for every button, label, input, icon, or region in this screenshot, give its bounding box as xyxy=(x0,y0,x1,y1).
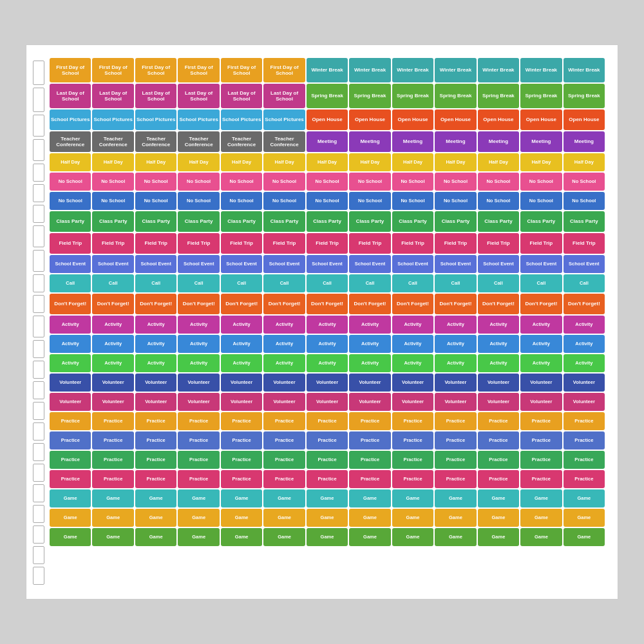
checkbox-14[interactable] xyxy=(33,381,44,399)
sticker-1-7: Spring Break xyxy=(349,84,390,108)
sticker-5-1: No School xyxy=(92,173,133,191)
sticker-12-11: Activity xyxy=(520,316,562,334)
sticker-18-4: Practice xyxy=(221,431,262,450)
sticker-22-7: Game xyxy=(349,509,390,527)
sticker-row-7: Class PartyClass PartyClass PartyClass P… xyxy=(50,211,605,232)
sticker-16-10: Volunteer xyxy=(478,393,519,411)
checkbox-18[interactable] xyxy=(33,464,44,482)
checkbox-2[interactable] xyxy=(33,115,44,137)
sticker-4-7: Half Day xyxy=(349,153,390,171)
sticker-17-12: Practice xyxy=(564,412,605,430)
sticker-0-7: Winter Break xyxy=(349,58,390,82)
sticker-22-8: Game xyxy=(392,509,433,527)
checkbox-12[interactable] xyxy=(33,340,44,358)
sticker-row-18: PracticePracticePracticePracticePractice… xyxy=(50,431,605,450)
sticker-8-0: Field Trip xyxy=(50,233,91,254)
sticker-6-0: No School xyxy=(50,192,91,210)
sticker-19-4: Practice xyxy=(221,451,262,469)
sticker-4-0: Half Day xyxy=(50,153,91,171)
checkbox-11[interactable] xyxy=(33,316,44,337)
sticker-14-12: Activity xyxy=(564,354,605,372)
sticker-17-8: Practice xyxy=(392,412,433,430)
sticker-21-11: Game xyxy=(520,489,562,507)
checkbox-21[interactable] xyxy=(33,526,44,544)
sticker-4-9: Half Day xyxy=(435,153,476,171)
sticker-0-11: Winter Break xyxy=(520,58,562,82)
checkbox-4[interactable] xyxy=(33,164,44,182)
sticker-19-11: Practice xyxy=(520,451,562,469)
sticker-6-4: No School xyxy=(221,192,262,210)
sticker-2-4: School Pictures xyxy=(221,109,262,130)
sticker-16-1: Volunteer xyxy=(92,393,133,411)
sticker-21-2: Game xyxy=(135,489,176,507)
sticker-11-6: Don't Forget! xyxy=(307,294,348,314)
checkbox-10[interactable] xyxy=(33,295,44,313)
checkbox-20[interactable] xyxy=(33,505,44,523)
sticker-13-4: Activity xyxy=(221,335,262,353)
sticker-18-7: Practice xyxy=(349,431,390,450)
sticker-6-11: No School xyxy=(520,192,562,210)
sticker-20-8: Practice xyxy=(392,470,433,488)
checkbox-22[interactable] xyxy=(33,546,44,564)
sticker-21-8: Game xyxy=(392,489,433,507)
sticker-1-11: Spring Break xyxy=(520,84,562,108)
sticker-11-1: Don't Forget! xyxy=(92,294,133,314)
sticker-18-5: Practice xyxy=(263,431,305,450)
sticker-7-4: Class Party xyxy=(221,211,262,232)
sticker-row-5: No SchoolNo SchoolNo SchoolNo SchoolNo S… xyxy=(50,173,605,191)
checkbox-13[interactable] xyxy=(33,361,44,379)
sticker-6-2: No School xyxy=(135,192,176,210)
sticker-23-5: Game xyxy=(263,528,305,546)
sticker-21-12: Game xyxy=(564,489,605,507)
sticker-13-1: Activity xyxy=(92,335,133,353)
checkbox-9[interactable] xyxy=(33,274,44,292)
sticker-0-12: Winter Break xyxy=(564,58,605,82)
sticker-23-1: Game xyxy=(92,528,133,546)
checkbox-17[interactable] xyxy=(33,443,44,461)
sticker-row-2: School PicturesSchool PicturesSchool Pic… xyxy=(50,109,605,130)
sticker-21-6: Game xyxy=(307,489,348,507)
sticker-row-17: PracticePracticePracticePracticePractice… xyxy=(50,412,605,430)
sticker-9-4: School Event xyxy=(221,255,262,273)
sticker-5-8: No School xyxy=(392,173,433,191)
sticker-1-5: Last Day of School xyxy=(263,84,305,108)
sticker-6-6: No School xyxy=(307,192,348,210)
sticker-21-4: Game xyxy=(221,489,262,507)
checkbox-15[interactable] xyxy=(33,402,44,420)
sticker-10-9: Call xyxy=(435,274,476,292)
sticker-21-0: Game xyxy=(50,489,91,507)
sticker-4-2: Half Day xyxy=(135,153,176,171)
checkbox-19[interactable] xyxy=(33,484,44,502)
checkbox-6[interactable] xyxy=(33,205,44,223)
sticker-12-0: Activity xyxy=(50,316,91,334)
sticker-15-12: Volunteer xyxy=(564,374,605,392)
sticker-4-5: Half Day xyxy=(263,153,305,171)
checkbox-5[interactable] xyxy=(33,184,44,202)
checkbox-16[interactable] xyxy=(33,422,44,440)
sticker-10-2: Call xyxy=(135,274,176,292)
sticker-3-1: Teacher Conference xyxy=(92,131,133,152)
checkbox-0[interactable] xyxy=(33,61,44,85)
sticker-19-7: Practice xyxy=(349,451,390,469)
sticker-5-9: No School xyxy=(435,173,476,191)
checkbox-1[interactable] xyxy=(33,88,44,112)
sticker-9-5: School Event xyxy=(263,255,305,273)
checkbox-23[interactable] xyxy=(33,567,44,585)
sticker-7-11: Class Party xyxy=(520,211,562,232)
sticker-13-5: Activity xyxy=(263,335,305,353)
sticker-19-12: Practice xyxy=(564,451,605,469)
sticker-7-5: Class Party xyxy=(263,211,305,232)
sticker-19-3: Practice xyxy=(178,451,219,469)
sticker-row-16: VolunteerVolunteerVolunteerVolunteerVolu… xyxy=(50,393,605,411)
sticker-16-11: Volunteer xyxy=(520,393,562,411)
checkbox-8[interactable] xyxy=(33,250,44,272)
sticker-11-5: Don't Forget! xyxy=(263,294,305,314)
checkbox-column xyxy=(33,58,44,586)
sticker-1-9: Spring Break xyxy=(435,84,476,108)
sticker-10-6: Call xyxy=(307,274,348,292)
sticker-19-6: Practice xyxy=(307,451,348,469)
checkbox-7[interactable] xyxy=(33,225,44,247)
sticker-18-12: Practice xyxy=(564,431,605,450)
checkbox-3[interactable] xyxy=(33,139,44,161)
sticker-18-0: Practice xyxy=(50,431,91,450)
